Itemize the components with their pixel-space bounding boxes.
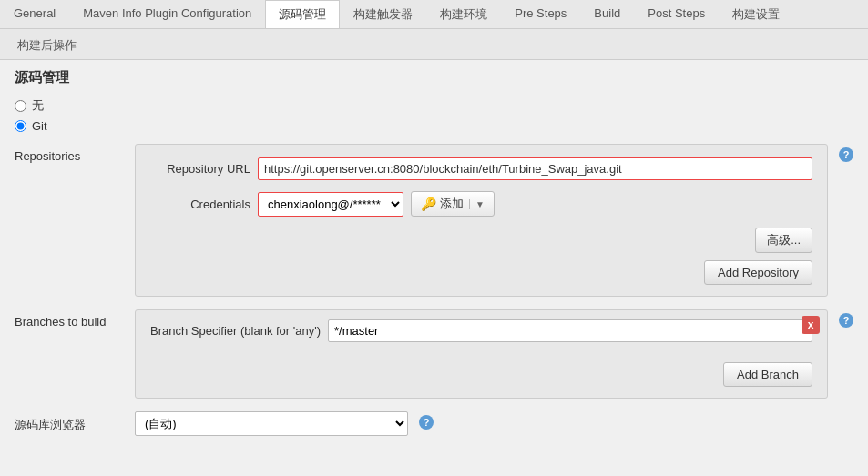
radio-git-label: Git: [32, 119, 47, 133]
source-browser-label: 源码库浏览器: [15, 411, 124, 433]
repositories-label: Repositories: [15, 144, 124, 163]
tab-build[interactable]: Build: [580, 0, 634, 28]
repo-url-input[interactable]: [258, 157, 812, 180]
add-credentials-button[interactable]: 🔑 添加 ▼: [411, 191, 495, 217]
repositories-panel: Repository URL Credentials chenxiaolong@…: [135, 144, 828, 297]
branch-specifier-label: Branch Specifier (blank for 'any'): [150, 324, 321, 338]
radio-git-option[interactable]: Git: [15, 119, 853, 133]
repositories-section: Repositories Repository URL Credentials …: [15, 144, 853, 297]
credentials-row: Credentials chenxiaolong@/****** 🔑 添加 ▼: [150, 191, 812, 217]
radio-none-label: 无: [32, 97, 44, 114]
add-repo-row: Add Repository: [150, 260, 812, 285]
credentials-label: Credentials: [150, 197, 250, 211]
source-browser-select[interactable]: (自动): [135, 411, 408, 436]
advanced-button[interactable]: 高级...: [755, 228, 812, 253]
repositories-help-icon[interactable]: ?: [839, 147, 853, 162]
tab-general[interactable]: General: [0, 0, 69, 28]
tab-source-mgmt[interactable]: 源码管理: [265, 0, 340, 28]
repo-actions: 高级...: [150, 228, 812, 260]
branches-label: Branches to build: [15, 309, 124, 329]
repo-url-label: Repository URL: [150, 162, 250, 176]
tab-post-steps[interactable]: Post Steps: [634, 0, 719, 28]
tab-bar-row2: 构建后操作: [0, 29, 868, 60]
add-branch-button[interactable]: Add Branch: [723, 362, 812, 387]
source-browser-help-icon[interactable]: ?: [419, 415, 434, 430]
tab-build-trigger[interactable]: 构建触发器: [340, 0, 426, 28]
repo-url-row: Repository URL: [150, 157, 812, 180]
radio-git-input[interactable]: [15, 120, 26, 132]
radio-none-option[interactable]: 无: [15, 97, 853, 114]
tab-build-env[interactable]: 构建环境: [426, 0, 501, 28]
key-icon: 🔑: [421, 197, 436, 211]
credentials-select[interactable]: chenxiaolong@/******: [258, 192, 403, 217]
page-title: 源码管理: [15, 69, 853, 86]
tab-maven[interactable]: Maven Info Plugin Configuration: [69, 0, 265, 28]
page-content: 源码管理 无 Git Repositories Repository URL C…: [0, 60, 868, 458]
tab-pre-steps[interactable]: Pre Steps: [501, 0, 580, 28]
add-repository-button[interactable]: Add Repository: [704, 260, 812, 285]
tab-build-settings[interactable]: 构建设置: [719, 0, 793, 28]
add-branch-row: Add Branch: [150, 353, 812, 387]
tab-bar-row1: General Maven Info Plugin Configuration …: [0, 0, 868, 29]
branches-section: Branches to build x Branch Specifier (bl…: [15, 309, 853, 399]
branches-help-icon[interactable]: ?: [839, 313, 853, 328]
source-browser-section: 源码库浏览器 (自动) ?: [15, 411, 853, 436]
tab-post-build[interactable]: 构建后操作: [4, 31, 90, 59]
add-credentials-label: 添加: [440, 196, 464, 212]
dropdown-arrow-icon: ▼: [469, 199, 485, 209]
branches-panel: x Branch Specifier (blank for 'any') Add…: [135, 309, 828, 399]
radio-none-input[interactable]: [15, 100, 26, 112]
radio-group: 无 Git: [15, 97, 853, 133]
remove-branch-button[interactable]: x: [802, 316, 820, 334]
branch-specifier-input[interactable]: [328, 319, 812, 342]
branch-specifier-row: Branch Specifier (blank for 'any'): [150, 319, 812, 342]
